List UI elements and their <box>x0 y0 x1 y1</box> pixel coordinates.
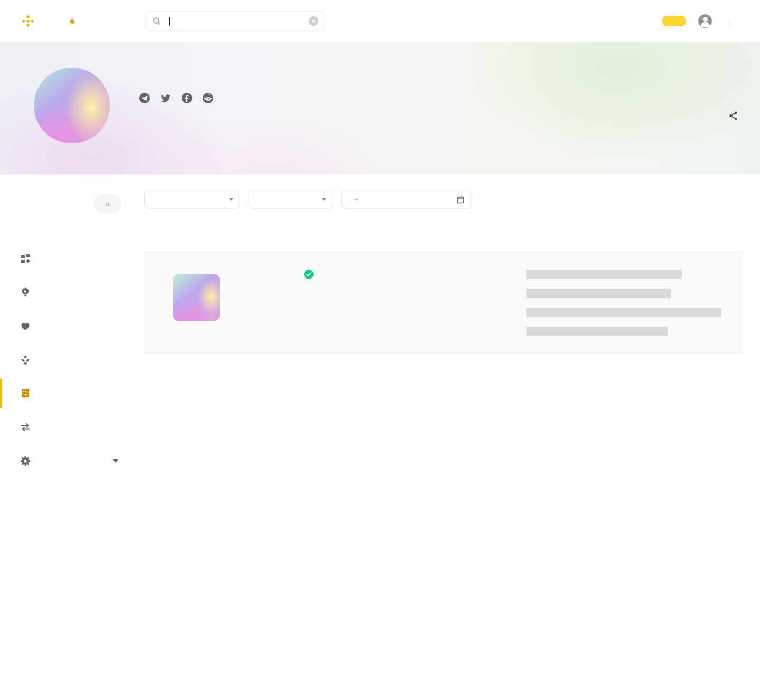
plant-icon <box>20 354 31 365</box>
sidebar-item-collected-nfts[interactable] <box>0 242 144 275</box>
search-input[interactable]: ✕ <box>146 11 325 31</box>
heart-icon <box>20 321 31 331</box>
top-navbar: ✕ | <box>0 0 760 42</box>
nav-link-gaming-igo[interactable] <box>68 17 79 25</box>
profile-info <box>139 69 213 103</box>
locale-controls: | <box>724 17 736 26</box>
bulb-icon <box>20 287 31 298</box>
check-circle-icon <box>304 270 314 279</box>
chevron-down-icon <box>229 198 233 201</box>
content-area: « <box>0 174 760 478</box>
status-dropdown[interactable] <box>249 190 333 209</box>
create-button[interactable] <box>662 16 686 26</box>
history-main: ➝ <box>144 174 743 478</box>
menu-items <box>0 242 144 478</box>
account-avatar-icon[interactable] <box>698 14 712 28</box>
swap-arrows-icon <box>20 422 31 433</box>
menu-header: « <box>19 194 121 213</box>
category-dropdown[interactable] <box>144 190 240 209</box>
profile-avatar <box>34 68 110 143</box>
arrow-right-icon: ➝ <box>353 196 358 203</box>
divider: | <box>729 17 731 26</box>
sidebar-item-offers[interactable] <box>0 343 144 377</box>
sidebar-item-created[interactable] <box>0 275 144 309</box>
binance-logo[interactable] <box>21 14 44 28</box>
chevron-down-icon <box>322 198 326 201</box>
fire-icon <box>68 17 76 25</box>
search-icon <box>153 17 161 25</box>
detail-left-column <box>258 265 318 341</box>
sidebar-item-settings[interactable] <box>0 444 144 478</box>
grid-icon <box>20 253 31 264</box>
gear-icon <box>20 456 31 466</box>
contract-address-placeholder <box>526 289 671 298</box>
receipt-icon <box>20 388 31 399</box>
table-header <box>144 225 743 252</box>
sidebar-item-history[interactable] <box>0 377 144 410</box>
share-icon <box>728 111 738 121</box>
date-range-picker[interactable]: ➝ <box>341 190 471 209</box>
binance-diamond-icon <box>21 14 35 28</box>
binance-nft-page: ✕ | <box>0 0 760 700</box>
txid-placeholder <box>526 327 668 336</box>
nav-links <box>68 17 124 25</box>
wallet-address-placeholder <box>526 270 682 279</box>
reddit-icon[interactable] <box>203 93 213 103</box>
twitter-icon[interactable] <box>160 93 171 103</box>
filter-bar: ➝ <box>144 190 743 209</box>
chevron-down-icon[interactable] <box>113 459 118 463</box>
token-id-placeholder <box>526 308 721 317</box>
facebook-icon[interactable] <box>182 93 192 103</box>
text-cursor <box>169 17 170 26</box>
sidebar-item-transactions[interactable] <box>0 410 144 444</box>
telegram-icon[interactable] <box>139 93 150 103</box>
sidebar: « <box>0 174 144 478</box>
profile-header <box>0 42 760 174</box>
sidebar-item-favorites[interactable] <box>0 309 144 343</box>
clear-search-icon[interactable]: ✕ <box>309 16 318 26</box>
detail-right-column <box>439 265 735 341</box>
nft-detail-thumbnail <box>173 274 220 321</box>
row-detail-panel <box>144 252 743 353</box>
social-links <box>139 93 213 103</box>
calendar-icon[interactable] <box>457 196 464 204</box>
share-button[interactable] <box>728 111 743 121</box>
collapse-sidebar-button[interactable]: « <box>94 194 121 213</box>
